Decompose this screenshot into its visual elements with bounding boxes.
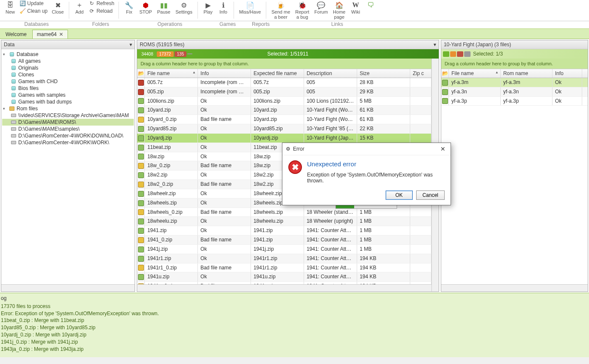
col-info[interactable]: Info [198,69,251,78]
fix-button[interactable]: 🔧Fix [121,0,137,15]
panel-caret-icon[interactable]: ▾ [130,42,132,48]
col-size[interactable]: Size [357,69,410,78]
refresh-button[interactable]: ↻Refresh [87,0,116,7]
tree-path-4[interactable]: D:\Games\RomCenter-4\WORK\DOWNLOAD\ [2,132,134,139]
detail-hscroll[interactable] [441,284,588,291]
tree-path-5[interactable]: D:\Games\RomCenter-4\WORK\WORK\ [2,139,134,146]
row-status-icon [138,265,144,271]
tree-clones[interactable]: Clones [2,71,134,78]
tree-path-3[interactable]: D:\Games\MAME\samples\ [2,126,134,132]
roms-hscroll[interactable] [137,284,431,291]
chip-err[interactable]: 135 [175,51,187,57]
tree-romfiles[interactable]: ▾Rom files [2,105,134,112]
forum-button[interactable]: 💬Forum [312,0,330,15]
filter-icon[interactable]: 📂 [138,70,145,76]
roms-row[interactable]: 10yard.zipOk10yard.zip10-Yard Fight (Wor… [137,106,431,115]
roms-row[interactable]: 005.zipIncomplete (rom missi...005.zip00… [137,87,431,97]
detail-col-filename[interactable]: File name [449,69,501,78]
log-title: og [1,295,588,302]
row-status-icon [442,80,448,86]
detail-row[interactable]: yf-a.3pyf-a.3pOk [441,97,588,106]
chat-button[interactable]: 🗨 [363,0,378,10]
col-filename[interactable]: File name [145,69,198,78]
tab-welcome[interactable]: Welcome [1,30,31,39]
dialog-cancel-button[interactable]: Cancel [416,190,445,200]
misshave-button[interactable]: 📄Miss/Have [237,0,263,15]
group-hint[interactable]: Drag a column header here to group by th… [137,59,431,69]
play-button[interactable]: ▶Play [200,0,216,15]
detail-chip-unk[interactable] [464,51,471,57]
detail-row[interactable]: yf-a.3myf-a.3mOk [441,78,588,87]
chip-unk[interactable] [187,53,192,54]
tab-mame64[interactable]: mame64✕ [32,30,68,39]
detail-col-icon[interactable]: 📂 [441,69,449,78]
roms-panel-menu-icon[interactable]: ▾ [434,42,436,48]
roms-row[interactable]: 1941r1_0.zipBad file name1941r1.zip1941:… [137,263,431,273]
col-zip[interactable]: Zip c [410,69,431,78]
cleanup-button[interactable]: 🧹Clean up [18,8,49,14]
roms-row[interactable]: 10yard85.zipOk10yard85.zip10-Yard Fight … [137,124,431,134]
chip-warn[interactable]: 17372 [157,51,174,57]
tree-bios[interactable]: Bios files [2,85,134,92]
detail-col-info[interactable]: Info [552,69,582,78]
roms-row[interactable]: 18wheels_0.zipBad file name18wheels.zip1… [137,208,431,217]
reload-button[interactable]: ⟳Reload [87,8,116,14]
tree-bad-dumps[interactable]: Games with bad dumps [2,98,134,105]
col-description[interactable]: Description [304,69,357,78]
roms-row[interactable]: 1941_0.zipBad file name1941.zip1941: Cou… [137,235,431,245]
detail-col-romname[interactable]: Rom name [501,69,552,78]
log-line: 10yardj_0.zip : Merge with 10yardj.zip [1,331,588,339]
roms-row[interactable]: 100lions.zipOk100lions.zip100 Lions (102… [137,97,431,106]
detail-chip-err[interactable] [457,51,463,57]
new-button[interactable]: 🗄New [3,0,18,15]
roms-row[interactable]: 18wheelu.zipOk18wheelu.zip18 Wheeler (up… [137,217,431,226]
tree-database[interactable]: ▾Database [2,51,134,58]
detail-row[interactable]: yf-a.3nyf-a.3nOk [441,87,588,97]
row-status-icon [138,172,144,178]
bug-button[interactable]: 🐞Report a bug [293,0,312,20]
detail-grid-body[interactable]: yf-a.3myf-a.3mOkyf-a.3nyf-a.3nOkyf-a.3py… [441,78,588,284]
beer-button[interactable]: 🍺Send me a beer [269,0,293,20]
roms-row[interactable]: 10yard_0.zipBad file name10yard.zip10-Ya… [137,115,431,124]
pause-button[interactable]: ▮▮Pause [155,0,173,15]
roms-row[interactable]: 1941j.zipOk1941j.zip1941: Counter Attack… [137,245,431,254]
close-button[interactable]: ✖Close [49,0,66,15]
tree-path-2[interactable]: D:\Games\MAME\ROMS\ [2,119,134,126]
row-status-icon [442,89,448,95]
log-line: Error: Exception of type 'System.OutOfMe… [1,310,588,317]
col-icon[interactable]: 📂 [137,69,145,78]
home-button[interactable]: 🏠Home page [330,0,348,20]
settings-button[interactable]: ⚙Settings [173,0,195,15]
tree-chd[interactable]: Games with CHD [2,78,134,85]
roms-row[interactable]: 1941.zipOk1941.zip1941: Counter Attack (… [137,226,431,235]
log-panel: og 17370 files to processError: Exceptio… [0,293,589,357]
tree-originals[interactable]: Originals [2,64,134,71]
wiki-button[interactable]: WWiki [348,0,363,15]
tab-close-icon[interactable]: ✕ [59,31,63,37]
chip-ok[interactable]: 34408 [139,51,156,57]
row-status-icon [138,89,144,95]
stop-button[interactable]: ⬢STOP [137,0,155,15]
roms-row[interactable]: 1941r1.zipOk1941r1.zip1941: Counter Atta… [137,254,431,263]
detail-chip-ok[interactable] [443,51,449,57]
tree-all-games[interactable]: All games [2,58,134,64]
tree-samples[interactable]: Games with samples [2,92,134,98]
col-expected[interactable]: Expected file name [251,69,304,78]
detail-group-hint[interactable]: Drag a column header here to group by th… [441,59,588,69]
roms-row[interactable]: 005.7zIncomplete (rom missi...005.7z0052… [137,78,431,87]
roms-row[interactable]: 10yardj.zipOk10yardj.zip10-Yard Fight (J… [137,134,431,143]
row-status-icon [138,182,144,188]
row-status-icon [138,256,144,262]
dialog-close-button[interactable]: ✕ [439,146,447,152]
roms-row[interactable]: 1941u.zipOk1941u.zip1941: Counter Attack… [137,272,431,282]
add-button[interactable]: ＋Add [72,0,87,15]
tree-path-1[interactable]: \\video\SERVICES\Storage Archive\Games\M… [2,112,134,119]
tab-strip: Welcome mame64✕ [0,29,589,39]
row-status-icon [138,98,144,104]
dialog-ok-button[interactable]: OK [386,190,413,200]
row-status-icon [138,246,144,252]
tree-hscroll[interactable] [1,284,135,291]
update-button[interactable]: 🔄Update [18,0,49,7]
info-button[interactable]: ℹInfo [216,0,231,15]
detail-chip-warn[interactable] [450,51,457,57]
